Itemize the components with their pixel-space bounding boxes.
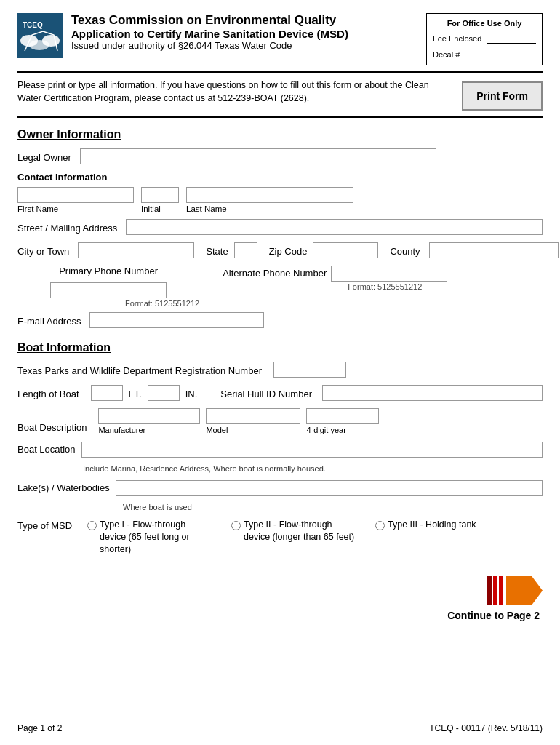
street-row: Street / Mailing Address: [17, 219, 543, 235]
bar1: [487, 576, 492, 605]
svg-rect-0: [17, 13, 63, 58]
primary-phone-format: Format: 5125551212: [125, 299, 199, 308]
continue-section: Continue to Page 2: [17, 576, 543, 621]
year-group: 4-digit year: [306, 408, 379, 434]
model-input[interactable]: [206, 408, 300, 424]
bar3: [499, 576, 503, 605]
zip-label: Zip Code: [269, 246, 308, 258]
last-name-group: Last Name: [186, 187, 353, 213]
decal-label: Decal #: [433, 48, 484, 62]
initial-label: Initial: [141, 204, 179, 213]
length-in-input[interactable]: [148, 385, 180, 401]
last-name-input[interactable]: [186, 187, 353, 203]
office-use-box: For Office Use Only Fee Enclosed Decal #: [426, 13, 543, 65]
city-label: City or Town: [17, 246, 69, 258]
alternate-phone-format: Format: 5125551212: [348, 282, 447, 291]
instructions-text: Please print or type all information. If…: [17, 79, 453, 105]
primary-phone-group: Primary Phone Number Format: 5125551212: [17, 266, 199, 308]
section-divider: [17, 116, 543, 118]
owner-section-heading: Owner Information: [17, 128, 543, 141]
bar2: [493, 576, 497, 605]
first-name-input[interactable]: [17, 187, 134, 203]
county-input[interactable]: [429, 242, 559, 258]
msd-row: Type of MSD Type I - Flow-through device…: [17, 519, 543, 556]
first-name-group: First Name: [17, 187, 134, 213]
hull-id-input[interactable]: [322, 385, 543, 401]
manufacturer-group: Manufacturer: [98, 408, 200, 434]
phone-row: Primary Phone Number Format: 5125551212 …: [17, 266, 543, 308]
county-label: County: [390, 246, 420, 258]
msd-option-type2[interactable]: Type II - Flow-through device (longer th…: [231, 519, 355, 556]
length-label: Length of Boat: [17, 389, 79, 401]
alternate-phone-input[interactable]: [331, 266, 447, 282]
continue-bars: [487, 576, 503, 605]
legal-owner-row: Legal Owner: [17, 148, 543, 164]
msd-label: Type of MSD: [17, 519, 83, 531]
boat-desc-label: Boat Description: [17, 422, 87, 434]
street-label: Street / Mailing Address: [17, 223, 117, 235]
form-id: TCEQ - 00117 (Rev. 5/18/11): [429, 723, 543, 733]
model-label: Model: [206, 426, 300, 434]
waterbodies-row: Lake(s) / Waterbodies Where boat is used: [17, 480, 543, 511]
continue-icon[interactable]: [487, 576, 543, 605]
header-subtitle: Application to Certify Marine Sanitation…: [71, 28, 426, 40]
email-row: E-mail Address: [17, 312, 543, 328]
name-row: First Name Initial Last Name: [17, 187, 543, 213]
waterbodies-label: Lake(s) / Waterbodies: [17, 482, 110, 495]
continue-label[interactable]: Continue to Page 2: [447, 610, 540, 621]
length-ft-input[interactable]: [91, 385, 123, 401]
city-row: City or Town State Zip Code County: [17, 242, 543, 258]
street-input[interactable]: [126, 219, 543, 235]
svg-point-3: [42, 35, 60, 47]
boat-location-input[interactable]: [81, 442, 543, 458]
tpwd-row: Texas Parks and Wildlife Department Regi…: [17, 362, 543, 378]
state-label: State: [206, 246, 228, 258]
header-title: Texas Commission on Environmental Qualit…: [71, 13, 426, 28]
legal-owner-input[interactable]: [80, 148, 436, 164]
msd-type2-label: Type II - Flow-through device (longer th…: [244, 519, 355, 543]
initial-input[interactable]: [141, 187, 179, 203]
in-label: IN.: [185, 389, 198, 401]
page-number: Page 1 of 2: [17, 723, 62, 733]
office-use-title: For Office Use Only: [433, 17, 536, 31]
print-form-button[interactable]: Print Form: [462, 81, 543, 111]
boat-location-label: Boat Location: [17, 444, 76, 456]
contact-info-heading: Contact Information: [17, 172, 543, 183]
alternate-phone-label: Alternate Phone Number: [223, 268, 327, 280]
header-issued: Issued under authority of §26.044 Texas …: [71, 40, 426, 51]
primary-phone-input[interactable]: [50, 282, 167, 298]
continue-arrow-shape: [506, 576, 543, 605]
model-group: Model: [206, 408, 300, 434]
waterbodies-hint: Where boat is used: [123, 503, 192, 511]
tpwd-input[interactable]: [273, 362, 346, 378]
email-label: E-mail Address: [17, 316, 81, 328]
year-label: 4-digit year: [306, 426, 379, 434]
last-name-label: Last Name: [186, 204, 353, 213]
city-input[interactable]: [78, 242, 194, 258]
footer: Page 1 of 2 TCEQ - 00117 (Rev. 5/18/11): [17, 720, 543, 733]
msd-radio-type3[interactable]: [375, 521, 385, 530]
tpwd-label: Texas Parks and Wildlife Department Regi…: [17, 365, 262, 378]
boat-location-row: Boat Location Include Marina, Residence …: [17, 442, 543, 473]
msd-options: Type I - Flow-through device (65 feet lo…: [87, 519, 476, 556]
arrow-container: [506, 576, 543, 605]
boat-location-hint: Include Marina, Residence Address, Where…: [83, 464, 326, 473]
fee-enclosed-label: Fee Enclosed: [433, 32, 484, 46]
msd-type1-label: Type I - Flow-through device (65 feet lo…: [100, 519, 211, 556]
waterbodies-input[interactable]: [116, 480, 543, 496]
initial-group: Initial: [141, 187, 179, 213]
zip-input[interactable]: [313, 242, 378, 258]
email-input[interactable]: [89, 312, 264, 328]
manufacturer-input[interactable]: [98, 408, 200, 424]
boat-desc-row: Boat Description Manufacturer Model 4-di…: [17, 408, 543, 434]
msd-option-type1[interactable]: Type I - Flow-through device (65 feet lo…: [87, 519, 211, 556]
ft-label: FT.: [129, 389, 142, 401]
length-row: Length of Boat FT. IN. Serial Hull ID Nu…: [17, 385, 543, 401]
year-input[interactable]: [306, 408, 379, 424]
msd-radio-type1[interactable]: [87, 521, 97, 530]
alternate-phone-group: Alternate Phone Number Format: 512555121…: [223, 266, 447, 291]
msd-radio-type2[interactable]: [231, 521, 241, 530]
hull-id-label: Serial Hull ID Number: [220, 389, 312, 401]
msd-option-type3[interactable]: Type III - Holding tank: [375, 519, 476, 556]
state-input[interactable]: [234, 242, 257, 258]
